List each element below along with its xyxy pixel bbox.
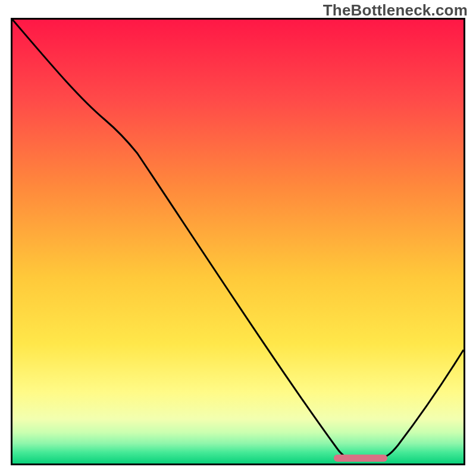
watermark-text: TheBottleneck.com xyxy=(323,1,468,20)
bottleneck-curve xyxy=(12,20,464,464)
plot-area xyxy=(11,18,465,465)
optimal-range-bar xyxy=(334,455,387,462)
chart-frame: TheBottleneck.com xyxy=(0,0,476,476)
